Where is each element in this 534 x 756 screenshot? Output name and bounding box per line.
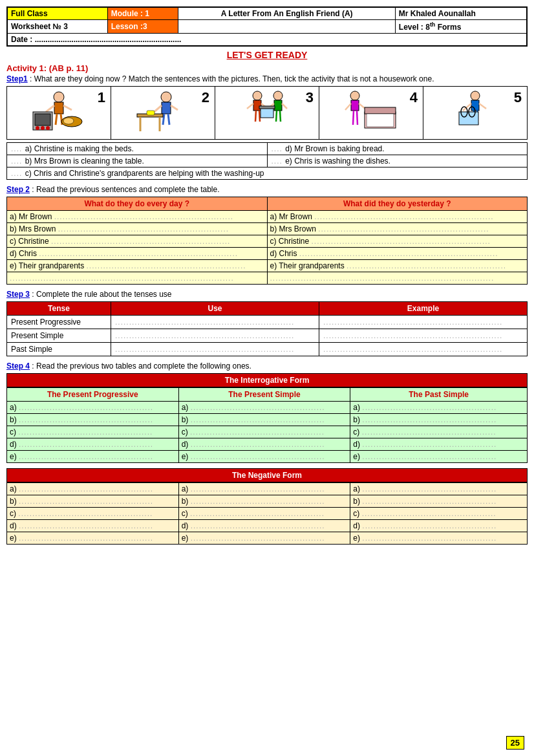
image-4: 4 — [319, 87, 423, 139]
svg-point-12 — [63, 118, 74, 124]
interrog-row-b-1: b) .....................................… — [7, 414, 179, 426]
neg-row-a-1: a) .....................................… — [7, 483, 179, 495]
svg-point-29 — [273, 91, 283, 100]
teacher-cell: Mr Khaled Aounallah — [395, 7, 527, 20]
title-cell: A Letter From An English Friend (A) — [178, 7, 395, 20]
step2-row-e-left: e) Their grandparents ..................… — [7, 260, 268, 272]
baking-icon — [30, 89, 88, 135]
step2-text: Step 2 : Read the previous sentences and… — [6, 185, 528, 194]
svg-line-28 — [259, 111, 260, 122]
step3-use-3: ........................................… — [111, 343, 319, 356]
interrog-row-e-1: e) .....................................… — [7, 451, 179, 463]
step3-text: Step 3 : Complete the rule about the ten… — [6, 290, 528, 299]
interrog-row-d-1: d) .....................................… — [7, 438, 179, 451]
step3-example-2: ........................................… — [319, 329, 528, 343]
svg-rect-45 — [367, 114, 394, 127]
negative-section: The Negative Form a) ...................… — [6, 468, 528, 545]
svg-rect-38 — [351, 100, 359, 111]
interrog-col1-header: The Present Progressive — [7, 388, 179, 402]
svg-line-2 — [46, 105, 54, 112]
step4-text: Step 4 : Read the previous two tables an… — [6, 362, 528, 371]
activity-label: Activity 1: (AB p. 11) — [6, 63, 528, 73]
neg-row-c-1: c) .....................................… — [7, 508, 179, 520]
fullclass-cell: Full Class — [7, 7, 107, 20]
beds-icon — [342, 89, 400, 135]
interrogative-table: The Present Progressive The Present Simp… — [6, 387, 528, 463]
svg-point-10 — [46, 126, 50, 130]
svg-line-27 — [255, 111, 256, 122]
svg-line-3 — [63, 105, 72, 110]
interrog-row-b-3: b) .....................................… — [350, 414, 528, 426]
neg-row-e-1: e) .....................................… — [7, 532, 179, 545]
step3-example-header: Example — [319, 302, 528, 316]
step3-table: Tense Use Example Present Progressive ..… — [6, 301, 528, 356]
step3-example-3: ........................................… — [319, 343, 528, 356]
interrog-row-a-3: a) .....................................… — [350, 402, 528, 414]
step2-row-c-left: c) Christine ...........................… — [7, 235, 268, 248]
neg-row-a-2: a) .....................................… — [178, 483, 350, 495]
interrog-row-a-2: a) .....................................… — [178, 402, 350, 414]
section-title: LET'S GET READY — [6, 50, 528, 60]
step3-example-1: ........................................… — [319, 316, 528, 329]
svg-rect-24 — [253, 100, 261, 111]
step2-col1-header: What do they do every day ? — [7, 197, 268, 211]
interrog-row-d-2: d) .....................................… — [178, 438, 350, 451]
module-cell: Module : 1 — [107, 7, 178, 20]
interrogative-title: The Interrogative Form — [6, 373, 528, 387]
neg-row-c-3: c) .....................................… — [350, 508, 528, 520]
interrog-row-e-2: e) .....................................… — [178, 451, 350, 463]
step3-tense-header: Tense — [7, 302, 111, 316]
svg-line-39 — [345, 103, 351, 110]
interrog-row-c-3: c) .....................................… — [350, 426, 528, 438]
step3-use-header: Use — [111, 302, 319, 316]
svg-rect-14 — [162, 102, 171, 114]
image-1: 1 — [7, 87, 111, 139]
svg-line-18 — [168, 114, 169, 125]
dishes-icon — [446, 89, 504, 135]
worksheet-cell: Worksheet № 3 — [7, 20, 107, 34]
interrog-row-c-2: c) .....................................… — [178, 426, 350, 438]
svg-line-49 — [479, 103, 486, 109]
svg-point-8 — [36, 126, 39, 130]
step2-row-b-right: b) Mrs Brown ...........................… — [267, 223, 528, 235]
step2-col2-header: What did they do yesterday ? — [267, 197, 528, 211]
empty-cell — [178, 20, 395, 34]
svg-rect-47 — [471, 100, 479, 111]
neg-row-d-3: d) .....................................… — [350, 520, 528, 532]
svg-rect-30 — [274, 100, 282, 111]
sentence-b-row: .... b) Mrs Brown is cleaning the table. — [7, 155, 268, 167]
step3-use-2: ........................................… — [111, 329, 319, 343]
step2-row-a-left: a) Mr Brown ............................… — [7, 211, 268, 223]
neg-row-a-3: a) .....................................… — [350, 483, 528, 495]
step2-row-d-left: d) Chris ...............................… — [7, 248, 268, 260]
svg-rect-44 — [365, 107, 396, 114]
interrog-row-e-3: e) .....................................… — [350, 451, 528, 463]
cleaning-icon — [134, 89, 192, 135]
sentence-d-row: .... d) Mr Brown is baking bread. — [267, 143, 528, 155]
svg-line-34 — [280, 111, 281, 122]
step2-row-c-right: c) Christine ...........................… — [267, 235, 528, 248]
svg-rect-7 — [35, 114, 50, 125]
image-5: 5 — [423, 87, 527, 139]
svg-point-46 — [471, 91, 480, 100]
neg-row-e-2: e) .....................................… — [178, 532, 350, 545]
interrogative-section: The Interrogative Form The Present Progr… — [6, 373, 528, 463]
svg-line-25 — [247, 103, 253, 109]
interrog-row-c-1: c) .....................................… — [7, 426, 179, 438]
neg-row-c-2: c) .....................................… — [178, 508, 350, 520]
lesson-cell: Lesson :3 — [107, 20, 178, 34]
image-2: 2 — [111, 87, 215, 139]
date-cell: Date : .................................… — [7, 34, 527, 47]
step1-text: Step1 : What are they doing now ? Match … — [6, 74, 528, 83]
neg-row-e-3: e) .....................................… — [350, 532, 528, 545]
interrog-row-a-1: a) .....................................… — [7, 402, 179, 414]
negative-table: a) .....................................… — [6, 482, 528, 545]
page-number: 25 — [506, 736, 524, 750]
step3-present-progressive: Present Progressive — [7, 316, 111, 329]
sentence-e-row: .... e) Chris is washing the dishes. — [267, 155, 528, 167]
sentence-c-row: .... c) Chris and Christine's grandparen… — [7, 167, 528, 180]
step2-extra-right: ........................................… — [267, 272, 528, 285]
svg-line-42 — [357, 111, 358, 125]
neg-row-b-3: b) .....................................… — [350, 495, 528, 508]
svg-rect-22 — [147, 111, 155, 115]
